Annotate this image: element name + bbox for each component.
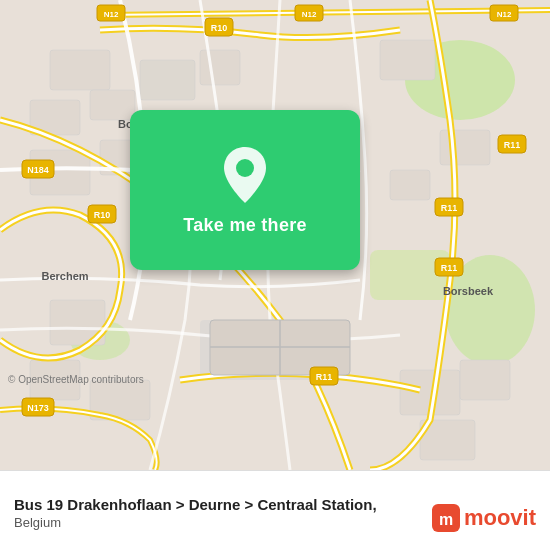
svg-rect-14 <box>380 40 435 80</box>
svg-text:R11: R11 <box>441 203 458 213</box>
svg-rect-8 <box>90 90 135 120</box>
svg-text:N12: N12 <box>104 10 119 19</box>
svg-rect-9 <box>140 60 195 100</box>
svg-text:N184: N184 <box>27 165 49 175</box>
route-title: Bus 19 Drakenhoflaan > Deurne > Centraal… <box>14 496 377 513</box>
svg-text:R11: R11 <box>316 372 333 382</box>
svg-text:R11: R11 <box>441 263 458 273</box>
svg-text:R10: R10 <box>94 210 111 220</box>
svg-text:R10: R10 <box>211 23 228 33</box>
moovit-logo: m moovit <box>432 504 536 532</box>
svg-rect-21 <box>460 360 510 400</box>
svg-text:N12: N12 <box>302 10 317 19</box>
svg-text:m: m <box>439 511 453 528</box>
svg-text:R11: R11 <box>504 140 521 150</box>
svg-rect-10 <box>200 50 240 85</box>
svg-text:Berchem: Berchem <box>41 270 88 282</box>
svg-text:N173: N173 <box>27 403 49 413</box>
svg-text:N12: N12 <box>497 10 512 19</box>
take-me-there-label: Take me there <box>183 215 307 236</box>
moovit-icon: m <box>432 504 460 532</box>
osm-credit: © OpenStreetMap contributors <box>8 374 144 385</box>
svg-text:Borsbeek: Borsbeek <box>443 285 494 297</box>
route-country: Belgium <box>14 515 377 530</box>
bottom-bar: Bus 19 Drakenhoflaan > Deurne > Centraal… <box>0 470 550 550</box>
svg-rect-16 <box>390 170 430 200</box>
svg-rect-15 <box>440 130 490 165</box>
svg-rect-6 <box>50 50 110 90</box>
take-me-there-card[interactable]: Take me there <box>130 110 360 270</box>
map-pin-icon <box>220 145 270 205</box>
moovit-logo-text: moovit <box>464 505 536 531</box>
svg-point-52 <box>236 159 254 177</box>
map-container: R10 R10 N12 N12 N12 R11 R11 R11 R11 N173… <box>0 0 550 470</box>
